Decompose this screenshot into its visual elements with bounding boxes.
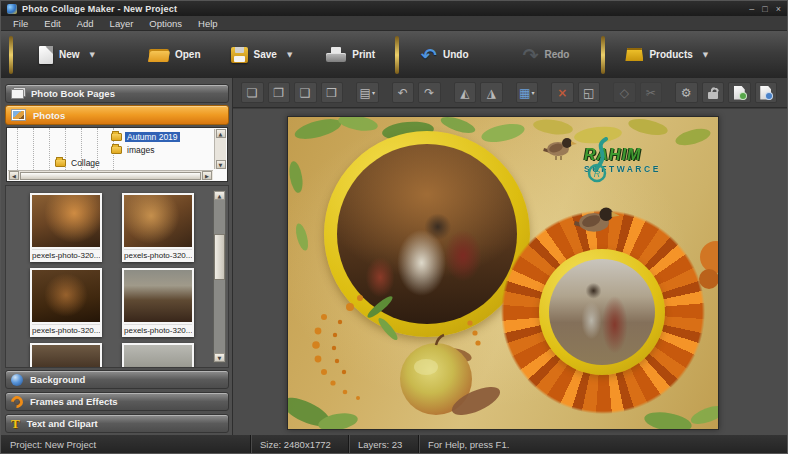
bird-large [574, 208, 620, 232]
collage-canvas[interactable]: R RAHIM SOFTWARCE [287, 116, 719, 430]
status-layers: Layers: 23 [349, 435, 419, 453]
print-button[interactable]: Print [320, 43, 381, 66]
tree-item-autumn-2019[interactable]: Autumn 2019 [111, 131, 180, 142]
flip-horizontal-button[interactable]: ◭ [454, 82, 477, 103]
save-dropdown-caret[interactable]: ▼ [287, 51, 292, 59]
open-label: Open [175, 49, 201, 60]
toolbar-separator [395, 36, 399, 74]
flip-horizontal-icon: ◭ [460, 87, 469, 99]
toolbar-separator [9, 36, 13, 74]
photo-thumbnail[interactable] [30, 343, 102, 368]
photo-thumbnail[interactable] [122, 343, 194, 368]
menu-help[interactable]: Help [190, 16, 226, 31]
photo-thumbnail[interactable]: pexels-photo-320... [122, 268, 194, 337]
thumbnail-caption: pexels-photo-320... [124, 324, 192, 335]
sidebar: Photo Book Pages Photos Autumn 2019image… [1, 78, 233, 437]
bring-to-front-button[interactable]: ❏ [241, 82, 264, 103]
thumbnail-scrollbar[interactable]: ▲ ▼ [213, 190, 226, 363]
close-button[interactable]: × [776, 4, 781, 14]
status-project: Project: New Project [1, 435, 251, 453]
print-label: Print [352, 49, 375, 60]
products-button[interactable]: Products ▼ [619, 44, 714, 65]
settings-button[interactable]: ⚙ [675, 82, 698, 103]
delete-button[interactable]: × [551, 82, 574, 103]
bring-forward-icon: ❑ [300, 87, 311, 99]
scroll-right-icon[interactable]: ▶ [202, 171, 212, 180]
status-help: For Help, press F1. [419, 435, 787, 453]
menu-add[interactable]: Add [69, 16, 102, 31]
save-floppy-icon [231, 47, 248, 63]
folder-tree[interactable]: Autumn 2019imagesCollage ▲ ▼ ◀ ▶ [6, 127, 228, 182]
unlock-button[interactable] [702, 82, 725, 103]
section-text-clipart[interactable]: T Text and Clipart [5, 414, 229, 433]
undo-button[interactable]: ↶ Undo [415, 43, 474, 67]
scroll-down-icon[interactable]: ▼ [214, 353, 225, 362]
bring-forward-button[interactable]: ❑ [294, 82, 317, 103]
fit-to-page-button[interactable]: ▦▾ [516, 82, 539, 103]
scroll-left-icon[interactable]: ◀ [9, 171, 19, 180]
tree-vertical-scrollbar[interactable]: ▲ ▼ [214, 129, 226, 169]
scroll-up-icon[interactable]: ▲ [216, 129, 226, 138]
new-dropdown-caret[interactable]: ▼ [90, 51, 95, 59]
new-button[interactable]: New ▼ [33, 42, 101, 68]
thumbnail-image [124, 195, 192, 247]
send-to-back-button[interactable]: ❐ [268, 82, 291, 103]
redo-arrow-icon: ↷ [523, 47, 539, 63]
section-frames-effects[interactable]: Frames and Effects [5, 392, 229, 411]
background-sphere-icon [11, 374, 23, 386]
align-dropdown-caret[interactable]: ▾ [372, 89, 375, 96]
status-bar: Project: New Project Size: 2480x1772 Lay… [1, 435, 787, 453]
thumbnail-caption: pexels-photo-320... [32, 324, 100, 335]
menu-file[interactable]: File [5, 16, 36, 31]
align-button[interactable]: ▤▾ [356, 82, 379, 103]
menu-layer[interactable]: Layer [102, 16, 142, 31]
scrollbar-thumb[interactable] [20, 172, 201, 180]
photo-thumbnail[interactable]: pexels-photo-320... [122, 193, 194, 262]
crop-button[interactable]: ◱ [578, 82, 601, 103]
redo-button[interactable]: ↷ Redo [517, 43, 576, 67]
menu-options[interactable]: Options [141, 16, 190, 31]
photo-thumbnail[interactable]: pexels-photo-320... [30, 268, 102, 337]
tree-horizontal-scrollbar[interactable]: ◀ ▶ [8, 170, 213, 180]
minimize-button[interactable]: – [749, 4, 754, 14]
scrollbar-thumb[interactable] [214, 234, 225, 280]
tree-item-collage[interactable]: Collage [55, 157, 102, 168]
fit-to-page-dropdown-caret[interactable]: ▾ [531, 89, 534, 96]
tree-item-images[interactable]: images [111, 144, 156, 155]
rotate-right-button[interactable]: ↷ [418, 82, 441, 103]
menu-edit[interactable]: Edit [36, 16, 68, 31]
watermark: R RAHIM SOFTWARCE [584, 137, 661, 174]
crop-icon: ◱ [583, 87, 594, 99]
page-properties-button[interactable] [755, 82, 778, 103]
watermark-logo-icon: R [584, 137, 618, 183]
section-background[interactable]: Background [5, 370, 229, 389]
text-T-icon: T [11, 418, 20, 430]
tree-item-label: Collage [69, 158, 102, 168]
thumbnail-grid: pexels-photo-320...pexels-photo-320...pe… [30, 193, 200, 368]
settings-icon: ⚙ [681, 87, 692, 99]
open-button[interactable]: Open [143, 43, 207, 66]
cut-button[interactable]: ✂ [640, 82, 663, 103]
delete-icon: × [557, 87, 567, 99]
status-size: Size: 2480x1772 [251, 435, 349, 453]
fit-to-page-icon: ▦ [519, 87, 530, 99]
svg-text:R: R [594, 169, 601, 179]
background-label: Background [30, 374, 85, 385]
products-dropdown-caret[interactable]: ▼ [703, 51, 708, 59]
photo-thumbnail[interactable]: pexels-photo-320... [30, 193, 102, 262]
new-document-icon [39, 46, 53, 64]
scroll-up-icon[interactable]: ▲ [214, 191, 225, 200]
flip-vertical-button[interactable]: ◮ [480, 82, 503, 103]
rotate-left-button[interactable]: ↶ [392, 82, 415, 103]
add-page-button[interactable] [728, 82, 751, 103]
smart-effects-button[interactable]: ◇ [613, 82, 636, 103]
maximize-button[interactable]: □ [762, 4, 767, 14]
smart-effects-icon: ◇ [620, 87, 629, 99]
section-photo-book-pages[interactable]: Photo Book Pages [5, 84, 229, 103]
save-button[interactable]: Save ▼ [225, 43, 299, 67]
scroll-down-icon[interactable]: ▼ [216, 160, 226, 169]
send-backward-button[interactable]: ❒ [321, 82, 344, 103]
scrollbar-track [214, 200, 225, 353]
new-label: New [59, 49, 80, 60]
section-photos[interactable]: Photos [5, 105, 229, 125]
